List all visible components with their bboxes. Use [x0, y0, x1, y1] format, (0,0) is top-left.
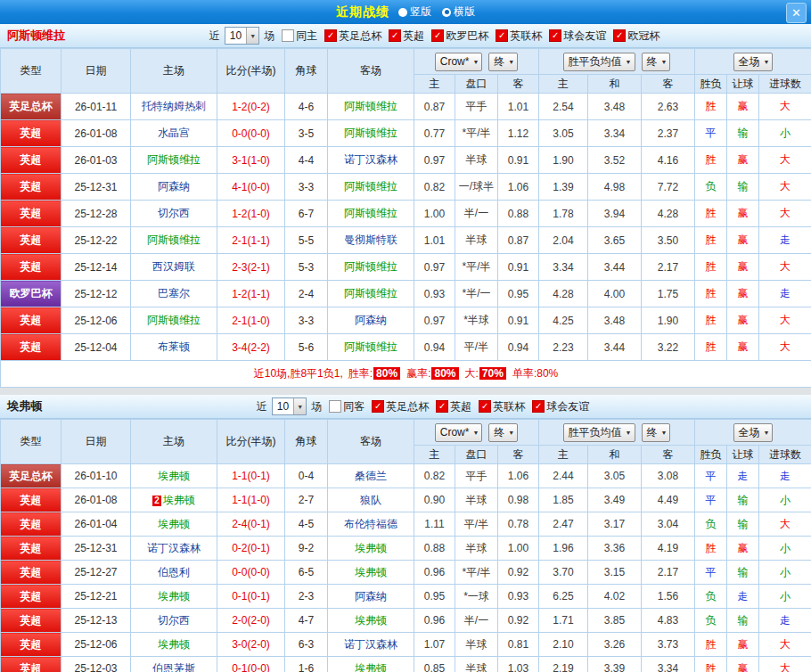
games-count-select[interactable]: 10▼	[225, 27, 259, 45]
away-team-cell[interactable]: 诺丁汉森林	[328, 633, 414, 657]
match-score[interactable]: 1-1(0-1)	[217, 464, 285, 488]
away-team-cell[interactable]: 阿斯顿维拉	[328, 201, 414, 227]
checkbox-icon[interactable]: ✓	[372, 400, 384, 413]
checkbox-icon[interactable]: ✓	[324, 29, 337, 42]
away-team-cell[interactable]: 狼队	[328, 488, 414, 512]
wdl-average-dropdown[interactable]: 胜平负均值▼	[563, 423, 635, 442]
away-team-link[interactable]: 桑德兰	[355, 470, 387, 482]
home-team-cell[interactable]: 阿森纳	[131, 174, 217, 201]
match-score[interactable]: 2-3(2-1)	[217, 254, 285, 281]
match-score[interactable]: 1-2(0-2)	[217, 94, 285, 120]
home-team-link[interactable]: 埃弗顿	[163, 494, 195, 506]
match-score[interactable]: 0-1(0-0)	[217, 657, 285, 672]
checkbox-icon[interactable]: ✓	[496, 29, 508, 42]
home-team-link[interactable]: 托特纳姆热刺	[142, 100, 206, 112]
home-team-link[interactable]: 阿斯顿维拉	[147, 153, 201, 166]
checkbox-icon[interactable]	[282, 29, 294, 42]
filter-checkbox[interactable]: ✓球会友谊	[532, 399, 589, 414]
home-team-cell[interactable]: 水晶宫	[131, 120, 217, 147]
layout-radio-horizontal[interactable]: 横版	[442, 4, 475, 20]
home-team-cell[interactable]: 埃弗顿	[131, 464, 217, 488]
home-team-cell[interactable]: 伯恩茅斯	[131, 657, 217, 672]
away-team-cell[interactable]: 埃弗顿	[328, 609, 414, 633]
home-team-cell[interactable]: 阿斯顿维拉	[131, 307, 217, 334]
filter-checkbox[interactable]: ✓英联杯	[496, 29, 542, 44]
away-team-cell[interactable]: 曼彻斯特联	[328, 227, 414, 254]
home-team-link[interactable]: 阿斯顿维拉	[147, 314, 201, 326]
filter-checkbox[interactable]: ✓英超	[436, 399, 471, 414]
games-count-select[interactable]: 10▼	[272, 397, 307, 415]
checkbox-icon[interactable]: ✓	[431, 29, 444, 42]
match-score[interactable]: 2-1(1-1)	[217, 227, 285, 254]
match-score[interactable]: 0-1(0-1)	[217, 585, 285, 609]
scope-dropdown[interactable]: 全场▼	[733, 423, 774, 442]
home-team-link[interactable]: 巴塞尔	[158, 287, 190, 299]
match-score[interactable]: 0-0(0-0)	[217, 561, 285, 585]
away-team-link[interactable]: 曼彻斯特联	[344, 234, 397, 246]
home-team-link[interactable]: 埃弗顿	[158, 590, 190, 602]
scope-dropdown[interactable]: 全场▼	[733, 53, 774, 71]
home-team-cell[interactable]: 伯恩利	[131, 561, 217, 585]
away-team-cell[interactable]: 桑德兰	[328, 464, 414, 488]
away-team-cell[interactable]: 阿森纳	[328, 307, 414, 334]
away-team-cell[interactable]: 阿斯顿维拉	[328, 334, 414, 361]
home-team-cell[interactable]: 埃弗顿	[131, 633, 217, 657]
match-score[interactable]: 3-4(2-2)	[217, 334, 285, 361]
home-team-cell[interactable]: 阿斯顿维拉	[131, 227, 217, 254]
away-team-cell[interactable]: 布伦特福德	[328, 512, 414, 537]
final-odds-dropdown[interactable]: 终▼	[488, 53, 518, 71]
away-team-link[interactable]: 阿斯顿维拉	[344, 100, 397, 112]
checkbox-icon[interactable]: ✓	[613, 29, 626, 42]
match-score[interactable]: 0-2(0-1)	[217, 537, 285, 561]
home-team-cell[interactable]: 切尔西	[131, 609, 217, 633]
home-team-cell[interactable]: 切尔西	[131, 201, 217, 227]
away-team-link[interactable]: 埃弗顿	[355, 566, 387, 578]
away-team-cell[interactable]: 阿斯顿维拉	[328, 120, 414, 147]
match-score[interactable]: 4-1(0-0)	[217, 174, 285, 201]
home-team-link[interactable]: 埃弗顿	[158, 638, 190, 651]
away-team-link[interactable]: 阿斯顿维拉	[344, 340, 397, 353]
home-team-link[interactable]: 埃弗顿	[158, 470, 190, 482]
checkbox-icon[interactable]	[329, 400, 341, 413]
home-team-link[interactable]: 埃弗顿	[158, 518, 190, 530]
filter-checkbox[interactable]: ✓英足总杯	[324, 29, 381, 44]
away-team-cell[interactable]: 埃弗顿	[328, 657, 414, 672]
home-team-link[interactable]: 阿森纳	[158, 180, 190, 193]
away-team-link[interactable]: 诺丁汉森林	[344, 638, 397, 651]
filter-checkbox[interactable]: ✓英足总杯	[372, 399, 429, 414]
home-team-link[interactable]: 布莱顿	[158, 340, 190, 353]
match-score[interactable]: 1-1(1-0)	[217, 488, 285, 512]
home-team-cell[interactable]: 埃弗顿	[131, 585, 217, 609]
away-team-link[interactable]: 阿森纳	[355, 590, 387, 602]
away-team-link[interactable]: 阿斯顿维拉	[344, 287, 397, 299]
home-team-link[interactable]: 水晶宫	[158, 127, 190, 139]
away-team-link[interactable]: 阿斯顿维拉	[344, 180, 397, 193]
filter-checkbox[interactable]: 同主	[282, 29, 317, 44]
checkbox-icon[interactable]: ✓	[479, 400, 491, 413]
match-score[interactable]: 1-2(1-0)	[217, 201, 285, 227]
away-team-cell[interactable]: 阿斯顿维拉	[328, 174, 414, 201]
away-team-link[interactable]: 埃弗顿	[355, 542, 387, 554]
filter-checkbox[interactable]: ✓英联杯	[479, 399, 525, 414]
home-team-link[interactable]: 切尔西	[158, 207, 190, 219]
final-wdl-dropdown[interactable]: 终▼	[642, 53, 671, 71]
filter-checkbox[interactable]: ✓球会友谊	[549, 29, 606, 44]
home-team-cell[interactable]: 2埃弗顿	[131, 488, 217, 512]
close-button[interactable]: ✕	[786, 3, 807, 23]
match-score[interactable]: 2-1(1-0)	[217, 307, 285, 334]
home-team-cell[interactable]: 布莱顿	[131, 334, 217, 361]
away-team-cell[interactable]: 阿斯顿维拉	[328, 281, 414, 307]
wdl-average-dropdown[interactable]: 胜平负均值▼	[563, 53, 635, 71]
home-team-cell[interactable]: 阿斯顿维拉	[131, 147, 217, 174]
home-team-link[interactable]: 切尔西	[158, 614, 190, 627]
filter-checkbox[interactable]: 同客	[329, 399, 365, 414]
match-score[interactable]: 2-4(0-1)	[217, 512, 285, 537]
away-team-link[interactable]: 阿森纳	[355, 314, 387, 326]
home-team-cell[interactable]: 西汉姆联	[131, 254, 217, 281]
match-score[interactable]: 0-0(0-0)	[217, 120, 285, 147]
away-team-link[interactable]: 阿斯顿维拉	[344, 260, 397, 273]
final-wdl-dropdown[interactable]: 终▼	[642, 423, 671, 442]
match-score[interactable]: 2-0(2-0)	[217, 609, 285, 633]
layout-radio-vertical[interactable]: 竖版	[398, 4, 431, 20]
away-team-cell[interactable]: 诺丁汉森林	[328, 147, 414, 174]
